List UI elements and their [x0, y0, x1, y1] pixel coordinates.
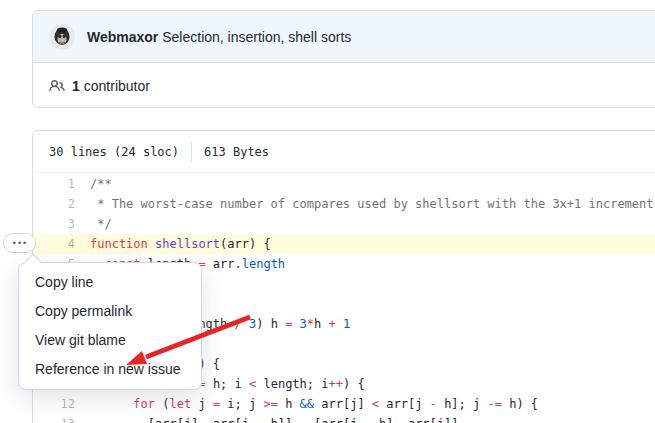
context-menu-item[interactable]: Reference in new issue: [19, 355, 201, 384]
commit-author[interactable]: Webmaxor: [87, 29, 158, 45]
kebab-button[interactable]: •••: [3, 233, 36, 253]
code-line: 12 for (let j = i; j >= h && arr[j] < ar…: [33, 394, 655, 414]
contributors-bar: 1 contributor: [33, 63, 655, 108]
context-menu-item[interactable]: View git blame: [19, 326, 201, 355]
code-text: for (let j = i; j >= h && arr[j] < arr[j…: [75, 394, 538, 414]
page: Webmaxor Selection, insertion, shell sor…: [0, 0, 655, 423]
code-line: 3 */: [33, 214, 655, 234]
avatar[interactable]: [49, 24, 75, 50]
code-line: 13 [arr[j], arr[j - h]] = [arr[j - h], a…: [33, 414, 655, 423]
file-size-info: 613 Bytes: [204, 145, 269, 159]
file-info-divider: [191, 142, 192, 162]
commit-header: Webmaxor Selection, insertion, shell sor…: [33, 11, 655, 63]
people-icon: [49, 78, 65, 94]
kebab-horizontal-icon: •••: [13, 239, 28, 248]
contributor-label: contributor: [84, 78, 150, 94]
line-number[interactable]: 3: [33, 214, 75, 234]
line-number[interactable]: 12: [33, 394, 75, 414]
code-text: /**: [75, 174, 112, 194]
commit-card: Webmaxor Selection, insertion, shell sor…: [32, 10, 655, 108]
commit-title: Webmaxor Selection, insertion, shell sor…: [87, 29, 351, 45]
context-menu-item[interactable]: Copy permalink: [19, 297, 201, 326]
code-line: 1/**: [33, 174, 655, 194]
commit-message: Selection, insertion, shell sorts: [162, 29, 351, 45]
code-line: 2 * The worst-case number of compares us…: [33, 194, 655, 214]
avatar-monkey-image: [49, 24, 75, 50]
code-text: [arr[j], arr[j - h]] = [arr[j - h], arr[…: [75, 414, 459, 423]
code-text: */: [75, 214, 112, 234]
line-number[interactable]: 1: [33, 174, 75, 194]
context-menu-item[interactable]: Copy line: [19, 268, 201, 297]
context-menu: Copy lineCopy permalinkView git blameRef…: [18, 262, 202, 390]
line-number[interactable]: 13: [33, 414, 75, 423]
file-header: 30 lines (24 sloc) 613 Bytes: [33, 131, 655, 173]
code-text: * The worst-case number of compares used…: [75, 194, 655, 214]
contributor-count[interactable]: 1: [72, 78, 80, 94]
code-line: 4function shellsort(arr) {: [33, 234, 655, 254]
line-number[interactable]: 2: [33, 194, 75, 214]
line-number[interactable]: 4: [33, 234, 75, 254]
code-text: function shellsort(arr) {: [75, 234, 271, 254]
file-lines-info: 30 lines (24 sloc): [49, 145, 179, 159]
